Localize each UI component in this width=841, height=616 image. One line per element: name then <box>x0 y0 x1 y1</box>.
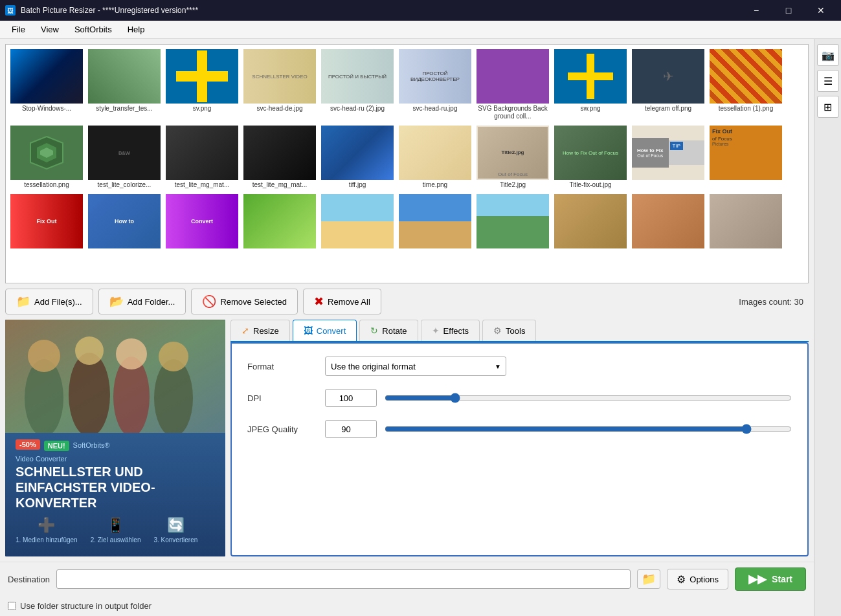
gallery-label: sw.png <box>554 105 627 113</box>
dpi-slider[interactable] <box>385 391 792 404</box>
gallery-label: tessellation (1).png <box>710 105 782 113</box>
gallery-thumb <box>554 49 627 104</box>
menu-help[interactable]: Help <box>121 22 151 37</box>
gallery-item[interactable]: SCHNELLSTER VIDEO svc-head-de.jpg <box>241 47 318 122</box>
effects-icon: ✦ <box>432 325 440 336</box>
gallery-item[interactable]: SVG Backgrounds Background coll... <box>475 47 551 122</box>
gallery-item[interactable] <box>552 192 629 252</box>
tab-resize[interactable]: ⤢ Resize <box>230 320 290 341</box>
title-bar-left: 🖼 Batch Picture Resizer - ****Unregister… <box>5 5 198 16</box>
format-select[interactable]: Use the original format JPEG PNG BMP TIF… <box>325 357 506 376</box>
sidebar-grid-view-button[interactable]: ⊞ <box>817 96 839 118</box>
gallery-item[interactable]: ПРОСТОЙ ВИДЕОКОНВЕРТЕР svc-head-ru.jpg <box>397 47 473 122</box>
app-icon: 🖼 <box>5 5 16 16</box>
gallery-item[interactable]: Fix Out <box>8 192 85 252</box>
images-count: Images count: 30 <box>739 297 809 307</box>
dpi-label: DPI <box>247 393 325 403</box>
gallery-thumb-how-to-fix: How to Fix Out of Focus TIP <box>632 126 704 180</box>
tab-tools[interactable]: ⚙ Tools <box>482 320 536 341</box>
list-view-icon: ☰ <box>824 75 833 87</box>
svg-point-7 <box>75 336 104 365</box>
gallery-item[interactable]: Convert <box>164 192 240 252</box>
gallery-item[interactable]: How to <box>86 192 163 252</box>
gallery-item[interactable]: ПРОСТОЙ И БЫСТРЫЙ svc-head-ru (2).jpg <box>319 47 396 122</box>
minimize-button[interactable]: − <box>741 0 771 21</box>
jpeg-quality-input[interactable] <box>325 420 377 438</box>
destination-browse-button[interactable]: 📁 <box>637 569 660 589</box>
gallery-thumb <box>399 126 471 180</box>
gallery-label: test_lite_mg_mat... <box>166 181 238 189</box>
gallery-item[interactable]: Fix Out of Focus Pictures <box>708 124 784 191</box>
gallery-thumb <box>554 194 627 248</box>
add-folder-label: Add Folder... <box>128 297 175 307</box>
ad-product: Video Converter <box>16 455 215 463</box>
gallery-item[interactable]: ✈ telegram off.png <box>630 47 706 122</box>
jpeg-quality-control <box>325 420 792 438</box>
remove-selected-label: Remove Selected <box>220 297 287 307</box>
gallery-item[interactable]: sv.png <box>164 47 240 122</box>
folder-structure-checkbox[interactable] <box>8 602 16 610</box>
gallery-item[interactable]: Stop-Windows-... <box>8 47 85 122</box>
gallery-item[interactable] <box>630 192 706 252</box>
start-button[interactable]: ▶▶ Start <box>735 567 806 591</box>
ad-badge: -50% <box>16 439 40 450</box>
add-files-icon: 📁 <box>16 294 30 309</box>
gallery-item[interactable]: sw.png <box>552 47 629 122</box>
gallery-item[interactable]: test_lite_mg_mat... <box>241 124 318 191</box>
gallery-label: SVG Backgrounds Background coll... <box>477 105 549 120</box>
menu-file[interactable]: File <box>5 22 32 37</box>
close-button[interactable]: ✕ <box>806 0 836 21</box>
gallery-label: sv.png <box>166 105 238 113</box>
gallery-thumb: ПРОСТОЙ И БЫСТРЫЙ <box>321 49 394 104</box>
gallery-thumb <box>632 194 704 248</box>
maximize-button[interactable]: □ <box>774 0 803 21</box>
dpi-input[interactable] <box>325 389 377 407</box>
gallery-thumb <box>710 49 782 104</box>
add-files-button[interactable]: 📁 Add File(s)... <box>5 289 93 314</box>
gallery-item[interactable]: tessellation (1).png <box>708 47 784 122</box>
destination-label: Destination <box>8 575 50 584</box>
ad-step-2: 📱 2. Ziel auswählen <box>91 517 141 544</box>
gallery-thumb: SCHNELLSTER VIDEO <box>243 49 316 104</box>
tab-convert[interactable]: 🖼 Convert <box>293 320 357 341</box>
people-photo <box>5 320 225 450</box>
remove-all-button[interactable]: ✖ Remove All <box>303 289 381 314</box>
gallery-item[interactable]: How to Fix Out of Focus Title-fix-out.jp… <box>552 124 629 191</box>
sidebar-right: 📷 ☰ ⊞ <box>814 39 841 616</box>
menu-softorbits[interactable]: SoftOrbits <box>68 22 118 37</box>
gallery-item[interactable]: Title2.jpg Title2.jpg <box>475 124 551 191</box>
gallery-item[interactable]: test_lite_mg_mat... <box>164 124 240 191</box>
folder-structure-label[interactable]: Use folder structure in output folder <box>20 601 151 611</box>
gallery-thumb: Fix Out <box>10 194 83 248</box>
gallery-item[interactable]: tessellation.png <box>8 124 85 191</box>
gallery-item[interactable] <box>397 192 473 252</box>
add-folder-button[interactable]: 📂 Add Folder... <box>98 289 186 314</box>
menu-view[interactable]: View <box>34 22 65 37</box>
gallery-thumb <box>710 194 782 248</box>
gallery-item[interactable]: How to Fix Out of Focus TIP <box>630 124 706 191</box>
gallery-item[interactable] <box>475 192 551 252</box>
gallery-item[interactable] <box>708 192 784 252</box>
options-button[interactable]: ⚙ Options <box>667 569 728 589</box>
gallery-item[interactable]: B&W test_lite_colorize... <box>86 124 163 191</box>
gallery-item[interactable] <box>241 192 318 252</box>
gallery-item[interactable] <box>319 192 396 252</box>
jpeg-quality-slider[interactable] <box>385 423 792 435</box>
convert-tab-icon: 🖼 <box>304 325 313 336</box>
gallery-item[interactable]: time.png <box>397 124 473 191</box>
gallery-label: test_lite_colorize... <box>88 181 161 189</box>
dpi-row: DPI <box>247 389 792 407</box>
tab-effects[interactable]: ✦ Effects <box>421 320 480 341</box>
window-controls: − □ ✕ <box>741 0 836 21</box>
gallery-container[interactable]: Stop-Windows-... style_transfer_tes... s… <box>5 44 809 283</box>
ad-step-2-label: 2. Ziel auswählen <box>91 536 141 544</box>
gallery-item[interactable]: style_transfer_tes... <box>86 47 163 122</box>
gallery-label: telegram off.png <box>632 105 704 113</box>
sidebar-list-view-button[interactable]: ☰ <box>817 70 839 92</box>
tab-rotate[interactable]: ↻ Rotate <box>359 320 418 341</box>
remove-selected-button[interactable]: 🚫 Remove Selected <box>191 289 298 314</box>
gallery-item[interactable]: tiff.jpg <box>319 124 396 191</box>
sidebar-add-images-button[interactable]: 📷 <box>817 44 839 66</box>
gallery-thumb <box>10 126 83 180</box>
destination-input[interactable] <box>56 569 631 589</box>
